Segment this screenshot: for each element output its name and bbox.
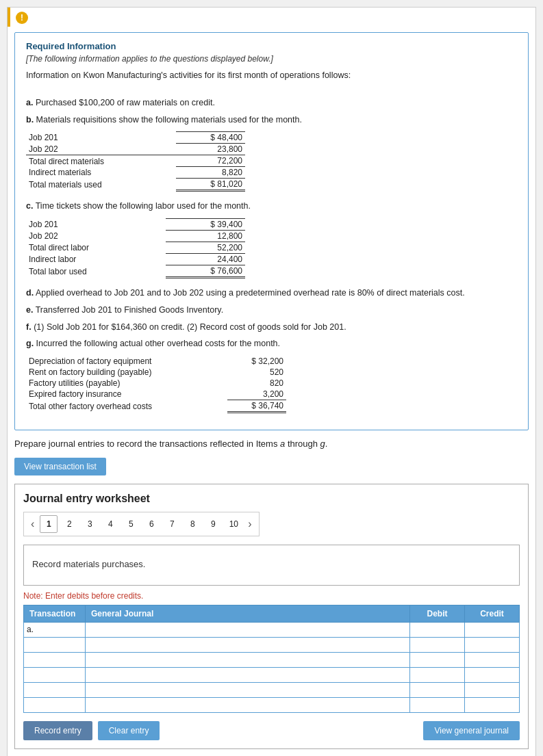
- general-journal-cell[interactable]: [86, 637, 410, 652]
- clear-entry-button[interactable]: Clear entry: [98, 721, 160, 740]
- transaction-cell: [24, 637, 86, 652]
- table-row: Factory utilities (payable) 820: [26, 378, 286, 389]
- credit-cell[interactable]: [465, 697, 520, 712]
- view-general-journal-button[interactable]: View general journal: [423, 721, 520, 740]
- general-journal-cell[interactable]: [86, 682, 410, 697]
- journal-header-row: Transaction General Journal Debit Credit: [24, 605, 520, 622]
- debit-input[interactable]: [413, 625, 462, 634]
- general-journal-cell[interactable]: [86, 697, 410, 712]
- credit-input[interactable]: [468, 625, 516, 634]
- tab-4[interactable]: 4: [101, 515, 119, 533]
- journal-row: [24, 667, 520, 682]
- header-credit: Credit: [465, 605, 520, 622]
- tab-8[interactable]: 8: [184, 515, 201, 533]
- table-row: Total direct labor 52,200: [26, 242, 245, 254]
- header-general-journal: General Journal: [86, 605, 410, 622]
- tab-1[interactable]: 1: [40, 515, 58, 533]
- info-box: Required Information [The following info…: [14, 32, 529, 430]
- tab-7[interactable]: 7: [163, 515, 181, 533]
- general-journal-input[interactable]: [88, 670, 407, 679]
- credit-cell[interactable]: [465, 637, 520, 652]
- table-row: Indirect labor 24,400: [26, 254, 245, 265]
- required-info-title: Required Information: [26, 41, 517, 51]
- tab-9[interactable]: 9: [204, 515, 222, 533]
- credit-input[interactable]: [468, 685, 516, 694]
- section-e-label: e.: [26, 305, 33, 315]
- debit-input[interactable]: [413, 700, 462, 709]
- next-tab-arrow[interactable]: ›: [245, 518, 254, 530]
- tab-2[interactable]: 2: [60, 515, 78, 533]
- debit-cell[interactable]: [410, 637, 465, 652]
- record-instruction: Record materials purchases.: [23, 545, 520, 586]
- note-text: Note: Enter debits before credits.: [23, 591, 520, 601]
- credit-input[interactable]: [468, 655, 516, 664]
- prev-tab-arrow[interactable]: ‹: [28, 518, 37, 530]
- debit-input[interactable]: [413, 670, 462, 679]
- table-row: Expired factory insurance 3,200: [26, 389, 286, 400]
- debit-cell[interactable]: [410, 652, 465, 667]
- general-journal-input[interactable]: [88, 655, 407, 664]
- table-row: Depreciation of factory equipment $ 32,2…: [26, 356, 286, 367]
- required-info-subtitle: [The following information applies to th…: [26, 54, 517, 64]
- table-row: Job 202 12,800: [26, 231, 245, 242]
- section-b-text: b. Materials requisitions show the follo…: [26, 114, 517, 127]
- tab-5[interactable]: 5: [122, 515, 140, 533]
- debit-input[interactable]: [413, 640, 462, 649]
- general-journal-cell[interactable]: [86, 667, 410, 682]
- debit-input[interactable]: [413, 685, 462, 694]
- section-c-text: c. Time tickets show the following labor…: [26, 200, 517, 213]
- tab-navigation: ‹ 1 2 3 4 5 6 7 8 9 10 ›: [23, 512, 260, 536]
- credit-input[interactable]: [468, 670, 516, 679]
- section-f-text: f. (1) Sold Job 201 for $164,360 on cred…: [26, 321, 517, 334]
- tab-10[interactable]: 10: [225, 515, 242, 533]
- credit-cell[interactable]: [465, 682, 520, 697]
- alert-bar: !: [8, 8, 535, 27]
- journal-row: [24, 682, 520, 697]
- debit-cell[interactable]: [410, 667, 465, 682]
- table-row: Total labor used $ 76,600: [26, 265, 245, 278]
- section-c-label: c.: [26, 201, 33, 211]
- table-row: Total materials used $ 81,020: [26, 179, 245, 191]
- section-a-text: a. Purchased $100,200 of raw materials o…: [26, 96, 517, 109]
- table-row: Rent on factory building (payable) 520: [26, 367, 286, 378]
- table-row: Job 201 $ 39,400: [26, 219, 245, 231]
- debit-cell[interactable]: [410, 682, 465, 697]
- credit-input[interactable]: [468, 700, 516, 709]
- general-journal-cell[interactable]: [86, 652, 410, 667]
- section-a-label: a.: [26, 98, 33, 107]
- general-journal-cell[interactable]: [86, 622, 410, 637]
- materials-table: Job 201 $ 48,400 Job 202 23,800 Total di…: [26, 131, 245, 192]
- tab-3[interactable]: 3: [81, 515, 99, 533]
- view-transaction-list-button[interactable]: View transaction list: [14, 458, 106, 475]
- debit-cell[interactable]: [410, 622, 465, 637]
- journal-row: a.: [24, 622, 520, 637]
- general-journal-input[interactable]: [88, 685, 407, 694]
- header-transaction: Transaction: [24, 605, 86, 622]
- general-journal-input[interactable]: [88, 625, 407, 634]
- section-d-label: d.: [26, 288, 34, 298]
- table-row: Indirect materials 8,820: [26, 167, 245, 179]
- tab-6[interactable]: 6: [142, 515, 160, 533]
- credit-cell[interactable]: [465, 667, 520, 682]
- section-g-text: g. Incurred the following actual other o…: [26, 337, 517, 350]
- credit-cell[interactable]: [465, 622, 520, 637]
- journal-row: [24, 697, 520, 712]
- credit-cell[interactable]: [465, 652, 520, 667]
- general-journal-input[interactable]: [88, 700, 407, 709]
- section-b-label: b.: [26, 115, 34, 125]
- transaction-cell: [24, 682, 86, 697]
- debit-cell[interactable]: [410, 697, 465, 712]
- transaction-cell: [24, 667, 86, 682]
- header-debit: Debit: [410, 605, 465, 622]
- worksheet-container: Journal entry worksheet ‹ 1 2 3 4 5 6 7 …: [14, 484, 529, 749]
- general-journal-input[interactable]: [88, 640, 407, 649]
- page-container: ! Required Information [The following in…: [7, 7, 536, 756]
- credit-input[interactable]: [468, 640, 516, 649]
- record-entry-button[interactable]: Record entry: [23, 721, 92, 740]
- table-row: Job 201 $ 48,400: [26, 132, 245, 144]
- labor-table: Job 201 $ 39,400 Job 202 12,800 Total di…: [26, 218, 245, 278]
- journal-row: [24, 652, 520, 667]
- section-f-label: f.: [26, 322, 31, 332]
- debit-input[interactable]: [413, 655, 462, 664]
- journal-row: [24, 637, 520, 652]
